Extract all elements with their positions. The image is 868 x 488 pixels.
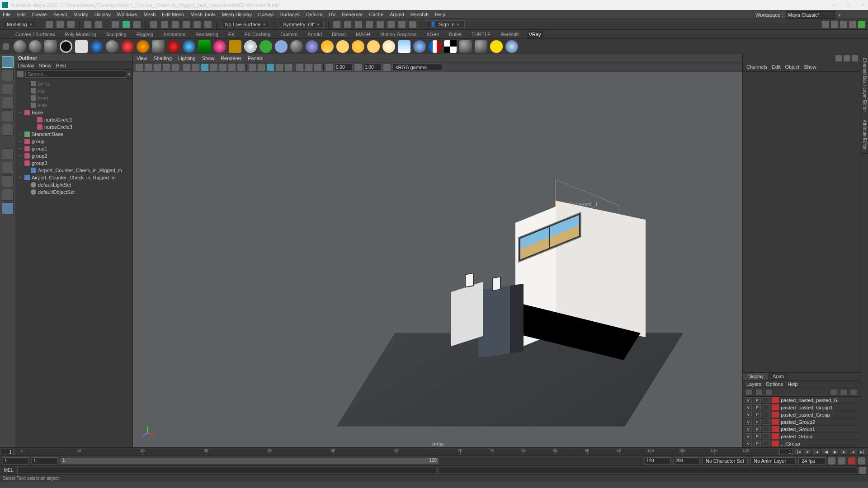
layout-icon-1[interactable] [822, 21, 829, 28]
layer-visibility-toggle[interactable]: V [745, 441, 752, 446]
vp-exposure-field[interactable] [335, 64, 353, 70]
layer-visibility-toggle[interactable]: V [745, 426, 752, 432]
vray-shelf-icon-9[interactable] [137, 40, 149, 53]
vray-shelf-icon-7[interactable] [106, 40, 118, 53]
character-set-dropdown[interactable]: No Character Set [703, 457, 748, 465]
layer-visibility-toggle[interactable]: V [745, 404, 752, 410]
layout-single[interactable] [2, 148, 14, 160]
layer-btn-1[interactable] [745, 389, 753, 395]
vp-gate-mask-icon[interactable] [210, 64, 217, 71]
expand-icon[interactable]: + [18, 161, 23, 165]
vray-shelf-icon-30[interactable] [459, 40, 472, 53]
layer-display-type[interactable] [763, 404, 770, 410]
layer-playback-toggle[interactable]: P [754, 433, 761, 439]
snap-point-icon[interactable] [172, 21, 179, 28]
shelf-toggle-icon[interactable] [3, 43, 9, 50]
paint-select-tool[interactable] [2, 83, 14, 95]
menu-edit-mesh[interactable]: Edit Mesh [162, 12, 184, 17]
menu-arnold[interactable]: Arnold [390, 12, 404, 17]
scale-tool[interactable] [2, 124, 14, 136]
range-end-abs[interactable] [674, 457, 700, 465]
cb-menu-edit[interactable]: Edit [772, 64, 780, 70]
fps-dropdown[interactable]: 24 fps [798, 457, 826, 465]
play-back-button[interactable]: ◀ [822, 449, 830, 455]
menu-deform[interactable]: Deform [306, 12, 322, 17]
range-start[interactable] [32, 457, 58, 465]
vray-shelf-icon-15[interactable] [229, 40, 241, 53]
layer-row[interactable]: VPpasted_Group2 [743, 418, 860, 426]
outliner-item[interactable]: +group [15, 138, 132, 145]
sel-mode-object-icon[interactable] [123, 21, 130, 28]
layer-display-type[interactable] [763, 412, 770, 418]
outliner-item[interactable]: persp [15, 80, 132, 87]
layer-visibility-toggle[interactable]: V [745, 397, 752, 403]
menu-modify[interactable]: Modify [73, 12, 88, 17]
expand-icon[interactable]: + [18, 175, 23, 180]
outliner-item[interactable]: defaultLightSet [15, 181, 132, 188]
snap-grid-icon[interactable] [150, 21, 157, 28]
shelf-tab-custom[interactable]: Custom [278, 31, 299, 38]
layer-tab-display[interactable]: Display [743, 373, 768, 380]
layout-persp-outliner[interactable] [2, 202, 14, 214]
layer-display-type[interactable] [763, 433, 770, 439]
vray-shelf-icon-5[interactable] [75, 40, 88, 53]
menu-curves[interactable]: Curves [258, 12, 274, 17]
shelf-tab-rigging[interactable]: Rigging [135, 31, 155, 38]
range-opt-icon-1[interactable] [828, 457, 835, 465]
workspace-dropdown[interactable] [786, 11, 835, 19]
vp-film-gate-icon[interactable] [192, 64, 199, 71]
outliner-item[interactable]: +Standart:Base [15, 131, 132, 138]
pause-icon[interactable] [409, 21, 416, 28]
live-surface-dropdown[interactable]: No Live Surface [221, 21, 269, 28]
vp-menu-renderer[interactable]: Renderer [221, 56, 241, 61]
cb-menu-channels[interactable]: Channels [746, 64, 767, 70]
vp-isolate-icon[interactable] [296, 64, 303, 71]
select-tool[interactable] [2, 56, 14, 68]
shelf-tab-vray[interactable]: VRay [527, 31, 543, 38]
lasso-tool[interactable] [2, 70, 14, 81]
range-opt-icon-2[interactable] [838, 457, 845, 465]
close-button[interactable]: ✕ [860, 2, 866, 8]
step-fwd-button[interactable]: ▸ [840, 449, 848, 455]
layer-color-swatch[interactable] [772, 426, 779, 432]
vp-field-chart-icon[interactable] [219, 64, 226, 71]
render-settings-icon[interactable] [377, 21, 384, 28]
command-lang-button[interactable]: MEL [2, 467, 15, 474]
layer-color-swatch[interactable] [772, 433, 779, 439]
layer-playback-toggle[interactable]: P [754, 404, 761, 410]
cb-icon-1[interactable] [835, 55, 842, 61]
minimize-button[interactable]: — [831, 2, 837, 8]
side-tab-channelbox[interactable]: Channel Box / Layer Editor [860, 54, 868, 116]
vp-menu-show[interactable]: Show [202, 56, 215, 61]
step-back-key-button[interactable]: ◂| [804, 449, 812, 455]
layer-color-swatch[interactable] [772, 419, 779, 425]
vp-color-mgmt-dropdown[interactable]: sRGB gamma [392, 64, 442, 71]
shelf-tab-fx[interactable]: FX [226, 31, 236, 38]
snap-curve-icon[interactable] [161, 21, 168, 28]
layer-menu-help[interactable]: Help [788, 381, 798, 387]
outliner-item[interactable]: +group3 [15, 160, 132, 167]
cb-menu-show[interactable]: Show [804, 64, 816, 70]
expand-icon[interactable]: + [18, 132, 23, 136]
lock-icon[interactable] [858, 21, 865, 28]
vp-select-cam-icon[interactable] [136, 64, 143, 71]
outliner-item[interactable]: nurbsCircle3 [15, 123, 132, 131]
layout-two-side[interactable] [2, 175, 14, 187]
layer-display-type[interactable] [763, 441, 770, 446]
vp-image-plane-icon[interactable] [154, 64, 161, 71]
vp-safe-title-icon[interactable] [237, 64, 245, 71]
outliner-menu-display[interactable]: Display [18, 63, 34, 68]
layer-menu-options[interactable]: Options [766, 381, 783, 387]
shelf-tab-bifrost[interactable]: Bifrost [330, 31, 348, 38]
outliner-search-chevron-icon[interactable]: ▾ [128, 71, 131, 77]
layer-menu-layers[interactable]: Layers [746, 381, 761, 387]
vray-shelf-icon-6[interactable] [90, 40, 103, 53]
symmetry-dropdown[interactable]: Symmetry: Off [279, 21, 324, 28]
outliner-item[interactable]: nurbsCircle1 [15, 116, 132, 123]
layer-display-type[interactable] [763, 397, 770, 403]
layer-visibility-toggle[interactable]: V [745, 412, 752, 418]
shelf-tab-bullet[interactable]: Bullet [447, 31, 463, 38]
menu-mesh-display[interactable]: Mesh Display [222, 12, 252, 17]
vp-2d-pan-icon[interactable] [163, 64, 170, 71]
cb-menu-object[interactable]: Object [785, 64, 799, 70]
